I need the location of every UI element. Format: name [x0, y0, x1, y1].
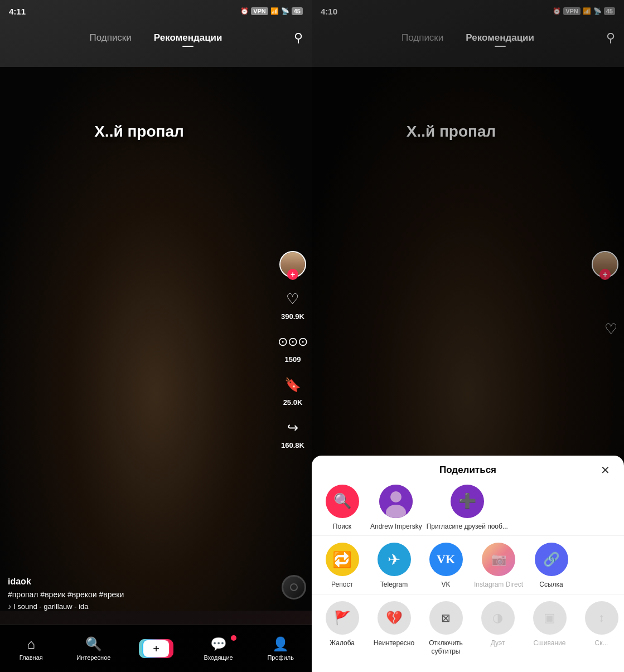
telegram-label: Telegram	[380, 581, 408, 589]
left-top-nav: Подписки Рекомендации ⚲	[0, 22, 312, 53]
left-home-label: Главная	[20, 654, 43, 661]
stitch-label: Сшивание	[534, 639, 566, 648]
share-title: Поделиться	[439, 465, 496, 476]
link-label: Ссылка	[539, 581, 563, 589]
share-row-2: 🔁 Репост ✈ Telegram VK VK 📷 Instagram Di…	[312, 543, 624, 589]
left-nav-home[interactable]: ⌂ Главная	[14, 636, 48, 661]
left-music-disc	[282, 575, 306, 600]
left-profile-icon: 👤	[272, 636, 289, 652]
left-inbox-dot	[231, 635, 236, 641]
left-bottom-nav: ⌂ Главная 🔍 Интересное + 💬 Входящие 👤 Пр…	[0, 625, 312, 672]
report-label: Жалоба	[330, 639, 355, 648]
share-sheet: Поделиться ✕ 🔍 Поиск Andrew Impersky	[312, 456, 624, 672]
left-follow-button[interactable]: +	[287, 269, 298, 280]
share-item-duet[interactable]: ◑ Дуэт	[474, 601, 521, 656]
left-bottom-info: idaok #пропал #вреик #врекои #вреки ♪ I …	[8, 577, 273, 611]
share-close-button[interactable]: ✕	[597, 462, 613, 478]
left-sidebar-actions: + ♡ 390.9K ⊙⊙⊙ 1509 🔖 25.0K ↪ 160.8K	[279, 251, 306, 449]
left-avatar[interactable]: +	[279, 251, 306, 278]
video-background	[0, 0, 312, 672]
subtitles-label: Отключить субтитры	[422, 639, 470, 656]
share-item-notinterested[interactable]: 💔 Неинтересно	[370, 601, 418, 656]
left-username[interactable]: idaok	[8, 577, 273, 587]
left-comment-button[interactable]: ⊙⊙⊙ 1509	[282, 331, 304, 364]
duet-icon: ◑	[481, 601, 515, 635]
share-item-scroll[interactable]: ↕ Ск...	[578, 601, 624, 656]
share-item-telegram[interactable]: ✈ Telegram	[370, 543, 418, 589]
left-profile-label: Профиль	[267, 654, 294, 661]
scroll-label: Ск...	[595, 639, 608, 648]
video-face	[0, 67, 312, 611]
left-nav-tabs: Подписки Рекомендации	[89, 32, 222, 43]
flag-icon: 🚩	[326, 601, 359, 635]
left-hashtags: #пропал #вреик #врекои #вреки	[8, 590, 273, 599]
share-item-andrew[interactable]: Andrew Impersky	[370, 485, 422, 531]
left-bookmarks-count: 25.0K	[283, 398, 303, 407]
left-status-icons: ⏰ VPN 📶 📡 45	[240, 7, 303, 15]
left-inbox-label: Входящие	[204, 654, 233, 661]
invite-icon: ➕	[451, 485, 484, 518]
left-comment-icon: ⊙⊙⊙	[282, 331, 304, 353]
left-inbox-icon: 💬	[210, 636, 227, 652]
left-nav-discover[interactable]: 🔍 Интересное	[76, 636, 110, 661]
left-bookmark-icon: 🔖	[282, 374, 304, 396]
left-discover-label: Интересное	[76, 654, 110, 661]
repost-label: Репост	[331, 581, 353, 589]
left-search-icon[interactable]: ⚲	[294, 31, 303, 45]
svg-point-1	[390, 491, 402, 502]
instagram-label: Instagram Direct	[474, 581, 523, 589]
share-header: Поделиться ✕	[312, 465, 624, 485]
battery-badge: 45	[292, 7, 303, 15]
left-share-count: 160.8K	[281, 441, 304, 449]
telegram-icon: ✈	[378, 543, 411, 576]
share-item-vk[interactable]: VK VK	[422, 543, 470, 589]
share-row-3: 🚩 Жалоба 💔 Неинтересно ⊠ Отключить субти…	[312, 601, 624, 656]
share-divider-2	[312, 594, 624, 594]
share-divider-1	[312, 535, 624, 536]
left-plus-inner: +	[143, 640, 169, 657]
left-bookmark-button[interactable]: 🔖 25.0K	[282, 374, 304, 407]
left-panel: 4:11 ⏰ VPN 📶 📡 45 Подписки Рекомендации …	[0, 0, 312, 672]
left-share-button[interactable]: ↪ 160.8K	[281, 417, 304, 449]
notinterested-label: Неинтересно	[374, 639, 414, 648]
instagram-icon: 📷	[482, 543, 515, 576]
right-panel: 4:10 ⏰ VPN 📶 📡 45 Подписки Рекомендации …	[312, 0, 624, 672]
left-status-bar: 4:11 ⏰ VPN 📶 📡 45	[0, 0, 312, 22]
left-comments-count: 1509	[285, 355, 301, 364]
left-home-icon: ⌂	[27, 636, 36, 652]
left-music-disc-inner	[290, 583, 298, 591]
link-icon: 🔗	[535, 543, 568, 576]
left-video-title: Х..й пропал	[0, 123, 278, 141]
left-discover-icon: 🔍	[85, 636, 102, 652]
andrew-avatar-icon	[379, 485, 413, 518]
left-nav-create[interactable]: +	[139, 639, 173, 658]
left-recommendations-tab[interactable]: Рекомендации	[154, 32, 222, 43]
search-share-label: Поиск	[333, 523, 351, 531]
stitch-icon: ▣	[533, 601, 567, 635]
left-sound-info: ♪ I sound - garillauw - ida	[8, 602, 273, 611]
left-heart-icon: ♡	[282, 288, 304, 310]
left-nav-inbox[interactable]: 💬 Входящие	[202, 636, 235, 661]
scroll-icon: ↕	[585, 601, 618, 635]
share-item-stitch[interactable]: ▣ Сшивание	[526, 601, 573, 656]
left-nav-profile[interactable]: 👤 Профиль	[264, 636, 297, 661]
share-item-report[interactable]: 🚩 Жалоба	[318, 601, 366, 656]
wifi-icon: 📡	[281, 7, 289, 15]
share-item-search[interactable]: 🔍 Поиск	[318, 485, 366, 531]
left-like-button[interactable]: ♡ 390.9K	[281, 288, 304, 321]
vpn-badge: VPN	[251, 7, 268, 15]
left-share-icon: ↪	[282, 417, 304, 439]
vk-label: VK	[441, 581, 450, 589]
dislike-icon: 💔	[378, 601, 411, 635]
share-item-invite[interactable]: ➕ Пригласите друзей пооб...	[427, 485, 508, 531]
share-item-link[interactable]: 🔗 Ссылка	[528, 543, 575, 589]
left-subscriptions-tab[interactable]: Подписки	[89, 32, 131, 43]
left-likes-count: 390.9K	[281, 312, 304, 321]
repost-icon: 🔁	[326, 543, 359, 576]
left-create-button[interactable]: +	[142, 639, 170, 658]
share-item-instagram[interactable]: 📷 Instagram Direct	[474, 543, 523, 589]
share-row-1: 🔍 Поиск Andrew Impersky ➕ Пригласите дру…	[312, 485, 624, 531]
share-item-repost[interactable]: 🔁 Репост	[318, 543, 366, 589]
share-item-subtitles[interactable]: ⊠ Отключить субтитры	[422, 601, 470, 656]
signal-icon: 📶	[270, 7, 279, 15]
